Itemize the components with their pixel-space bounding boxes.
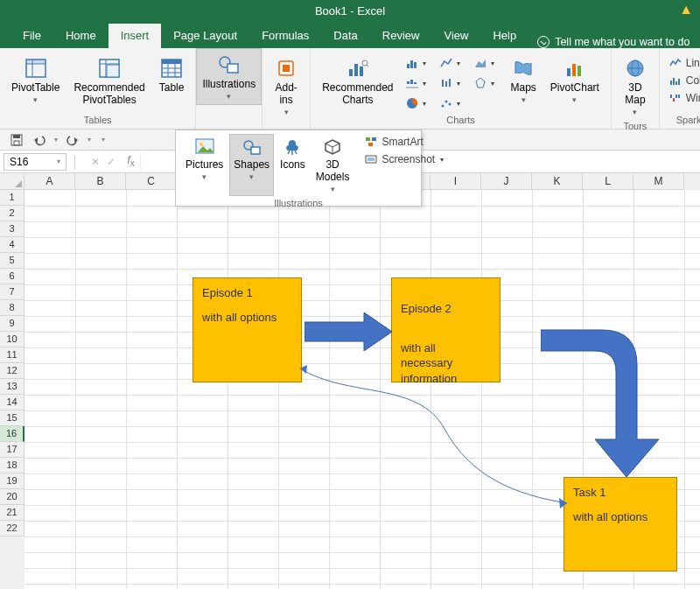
worksheet[interactable]: ABCDEFGHIJKLM 12345678910111213141516171… xyxy=(0,173,700,589)
tab-file[interactable]: File xyxy=(10,24,53,48)
svg-rect-39 xyxy=(567,68,570,76)
tab-data[interactable]: Data xyxy=(321,24,369,48)
maps-button[interactable]: Maps ▾ xyxy=(505,52,542,109)
select-all-corner[interactable] xyxy=(0,173,24,190)
cancel-icon[interactable]: ✕ xyxy=(91,156,100,168)
fx-icon[interactable]: fx xyxy=(128,154,135,168)
row-header-7[interactable]: 7 xyxy=(0,284,24,300)
chart-area-button[interactable]: ▾ xyxy=(470,53,503,73)
tab-formulas[interactable]: Formulas xyxy=(249,24,321,48)
row-header-9[interactable]: 9 xyxy=(0,316,24,332)
chart-radar-button[interactable]: ▾ xyxy=(470,74,503,93)
svg-point-37 xyxy=(444,101,447,103)
row-header-12[interactable]: 12 xyxy=(0,363,24,379)
col-header-J[interactable]: J xyxy=(481,173,532,190)
screenshot-button[interactable]: Screenshot▾ xyxy=(360,151,447,167)
arrow-right-1[interactable] xyxy=(304,312,392,351)
gallery-label: Illustrations xyxy=(176,196,421,210)
recommended-charts-button[interactable]: Recommended Charts xyxy=(316,52,399,111)
table-button[interactable]: Table xyxy=(153,52,191,99)
redo-button[interactable] xyxy=(65,132,80,148)
recommended-pivottables-button[interactable]: Recommended PivotTables xyxy=(67,52,150,111)
svg-rect-32 xyxy=(445,81,447,87)
tell-me[interactable]: Tell me what you want to do xyxy=(528,36,698,48)
row-header-22[interactable]: 22 xyxy=(0,521,24,536)
shapes-button[interactable]: Shapes ▾ xyxy=(229,134,274,196)
pivotchart-button[interactable]: PivotChart ▾ xyxy=(544,52,606,109)
sparkline-line-button[interactable]: Line xyxy=(665,55,700,71)
row-header-5[interactable]: 5 xyxy=(0,253,24,269)
chart-line-button[interactable]: ▾ xyxy=(436,53,469,73)
row-header-8[interactable]: 8 xyxy=(0,300,24,316)
svg-rect-60 xyxy=(366,137,370,141)
icons-button[interactable]: Icons xyxy=(276,134,310,196)
tab-insert[interactable]: Insert xyxy=(108,24,162,48)
pictures-button[interactable]: Pictures ▾ xyxy=(181,134,228,196)
icons-label: Icons xyxy=(280,159,305,172)
col-header-L[interactable]: L xyxy=(583,173,634,190)
row-header-2[interactable]: 2 xyxy=(0,206,24,221)
row-header-4[interactable]: 4 xyxy=(0,237,24,253)
shape-body: with all options xyxy=(573,509,668,525)
3d-models-button[interactable]: 3D Models ▾ xyxy=(312,134,354,196)
curved-connector[interactable] xyxy=(296,363,576,521)
tab-home[interactable]: Home xyxy=(53,24,108,48)
smartart-button[interactable]: SmartArt xyxy=(360,134,447,150)
row-header-11[interactable]: 11 xyxy=(0,347,24,363)
row-header-3[interactable]: 3 xyxy=(0,221,24,237)
save-button[interactable] xyxy=(9,132,24,148)
chart-col-button[interactable]: ▾ xyxy=(402,74,435,93)
row-header-20[interactable]: 20 xyxy=(0,489,24,505)
shape-title: Task 1 xyxy=(573,485,668,501)
3d-models-label: 3D Models xyxy=(316,159,350,184)
row-header-14[interactable]: 14 xyxy=(0,395,24,410)
3d-map-button[interactable]: 3D Map ▾ xyxy=(617,52,654,121)
row-header-16[interactable]: 16 xyxy=(0,426,24,442)
name-box[interactable]: S16 ▾ xyxy=(4,153,66,171)
undo-button[interactable] xyxy=(32,132,47,148)
smartart-icon xyxy=(364,135,378,149)
chevron-down-icon: ▾ xyxy=(57,158,60,165)
spacer xyxy=(228,116,230,129)
svg-line-22 xyxy=(367,65,368,67)
svg-point-36 xyxy=(441,105,444,108)
row-header-1[interactable]: 1 xyxy=(0,190,24,206)
group-tables: PivotTable ▾ Recommended PivotTables Tab… xyxy=(0,48,196,129)
row-header-10[interactable]: 10 xyxy=(0,332,24,347)
svg-marker-34 xyxy=(476,78,485,88)
recommended-pivot-label: Recommended PivotTables xyxy=(74,82,144,107)
tab-review[interactable]: Review xyxy=(370,24,432,48)
row-header-17[interactable]: 17 xyxy=(0,442,24,458)
col-header-A[interactable]: A xyxy=(24,173,75,190)
row-header-19[interactable]: 19 xyxy=(0,473,24,489)
shapes-label: Shapes xyxy=(234,159,270,172)
shape-task-1[interactable]: Task 1 with all options xyxy=(564,477,677,571)
tab-view[interactable]: View xyxy=(431,24,480,48)
addins-button[interactable]: Add- ins ▾ xyxy=(268,52,304,121)
tab-help[interactable]: Help xyxy=(480,24,528,48)
tab-page-layout[interactable]: Page Layout xyxy=(161,24,249,48)
col-header-K[interactable]: K xyxy=(532,173,583,190)
chevron-down-icon: ▾ xyxy=(249,172,254,181)
row-header-15[interactable]: 15 xyxy=(0,410,24,426)
enter-icon[interactable]: ✓ xyxy=(107,156,116,168)
row-header-21[interactable]: 21 xyxy=(0,505,24,521)
row-headers[interactable]: 12345678910111213141516171819202122 xyxy=(0,190,24,589)
cells-area[interactable]: Episode 1 with all options Episode 2 wit… xyxy=(24,190,700,589)
col-header-M[interactable]: M xyxy=(634,173,684,190)
col-header-C[interactable]: C xyxy=(126,173,177,190)
row-header-18[interactable]: 18 xyxy=(0,458,24,473)
illustrations-button[interactable]: Illustrations ▾ xyxy=(196,48,262,105)
shape-episode-1[interactable]: Episode 1 with all options xyxy=(192,277,302,382)
chart-pie-button[interactable]: ▾ xyxy=(402,94,435,113)
col-header-B[interactable]: B xyxy=(75,173,126,190)
sparkline-winloss-button[interactable]: Win/Loss xyxy=(665,90,700,106)
svg-rect-33 xyxy=(449,79,451,87)
chart-bar-button[interactable]: ▾ xyxy=(402,53,435,73)
sparkline-column-button[interactable]: Column xyxy=(665,73,700,88)
row-header-6[interactable]: 6 xyxy=(0,269,24,284)
chart-scatter-button[interactable]: ▾ xyxy=(436,94,469,113)
row-header-13[interactable]: 13 xyxy=(0,379,24,395)
chart-stock-button[interactable]: ▾ xyxy=(436,74,469,93)
pivottable-button[interactable]: PivotTable ▾ xyxy=(5,52,66,109)
